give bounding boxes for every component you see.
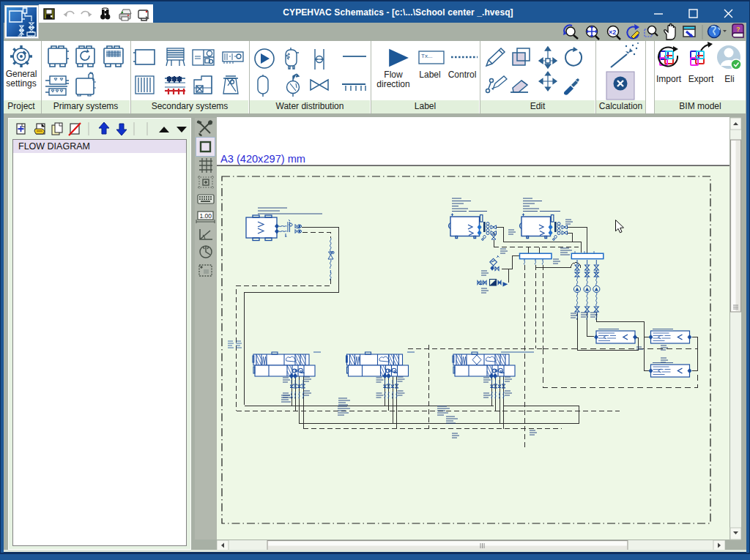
svg-text:1.00: 1.00 [200,212,212,220]
svg-text:?: ? [736,26,740,33]
svg-text:Tx...: Tx... [421,53,433,59]
svg-text:A3 (420x297) mm: A3 (420x297) mm [220,153,305,165]
svg-text:×2: ×2 [609,29,616,36]
